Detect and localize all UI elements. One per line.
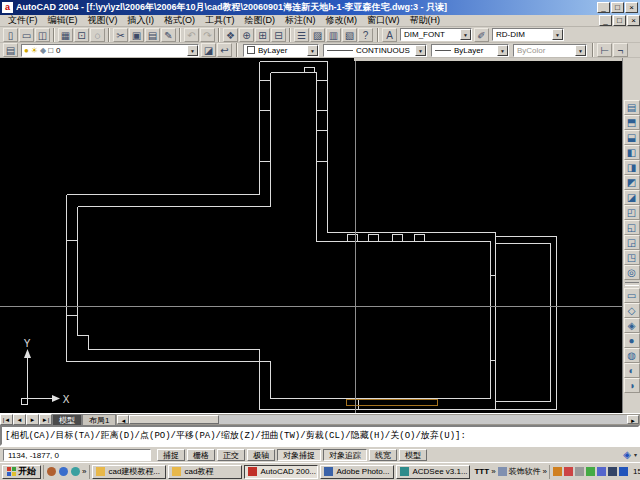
separator[interactable] (218, 28, 220, 42)
deco-toolbar-label[interactable]: 装饰软件 (509, 466, 541, 477)
make-layer-current-icon[interactable]: ◪ (201, 43, 216, 57)
status-toggle[interactable]: 极轴 (247, 449, 275, 461)
linetype-combo[interactable]: CONTINUOUS ▼ (323, 44, 427, 57)
tray-icon-5[interactable] (597, 467, 606, 476)
task-button[interactable]: Adobe Photo... (320, 465, 394, 479)
tab-nav-button[interactable]: ◄ (13, 414, 26, 425)
se-isometric-icon[interactable]: ◱ (624, 220, 640, 235)
coordinate-display[interactable]: 1134, -1877, 0 (3, 449, 151, 461)
menu-item[interactable]: 帮助(H) (405, 15, 446, 26)
open-icon[interactable]: ▭ (19, 28, 34, 42)
zoom-realtime-icon[interactable]: ⊕ (239, 28, 254, 42)
copy-icon[interactable]: ▣ (129, 28, 144, 42)
status-toggle[interactable]: 捕捉 (157, 449, 185, 461)
doc-close-button[interactable]: × (627, 15, 640, 26)
separator[interactable] (108, 28, 110, 42)
lineweight-combo[interactable]: ByLayer ▼ (431, 44, 509, 57)
menu-item[interactable]: 窗口(W) (362, 15, 405, 26)
tab-nav-button[interactable]: ►| (39, 414, 52, 425)
status-toggle[interactable]: 对象捕捉 (277, 449, 321, 461)
horizontal-scrollbar[interactable]: ◄ ► (116, 414, 640, 425)
left-view-icon[interactable]: ◧ (624, 145, 640, 160)
sw-isometric-icon[interactable]: ◰ (624, 205, 640, 220)
start-button[interactable]: 开始 (2, 465, 41, 479)
properties-icon[interactable]: ☰ (294, 28, 309, 42)
restore-button[interactable]: □ (611, 2, 624, 13)
dim-style-combo[interactable]: RD-DIM ▼ (492, 28, 564, 41)
paste-icon[interactable]: ▤ (145, 28, 160, 42)
chevron-down-icon[interactable]: ▼ (187, 45, 198, 56)
menu-item[interactable]: 文件(F) (3, 15, 43, 26)
chevron-more-icon[interactable]: » (491, 467, 495, 476)
cut-icon[interactable]: ✂ (113, 28, 128, 42)
ne-isometric-icon[interactable]: ◲ (624, 235, 640, 250)
autocad-app-icon[interactable]: a (2, 2, 13, 13)
layer-properties-icon[interactable]: ▤ (3, 43, 18, 57)
3d-wireframe-icon[interactable]: ◇ (624, 303, 640, 318)
print-icon[interactable]: ▦ (58, 28, 73, 42)
menu-item[interactable]: 绘图(D) (240, 15, 281, 26)
close-button[interactable]: × (625, 2, 638, 13)
status-toggle[interactable]: 模型 (399, 449, 427, 461)
print-preview-icon[interactable]: ⊡ (74, 28, 89, 42)
tab-nav-button[interactable]: |◄ (0, 414, 13, 425)
gouraud-shaded-icon[interactable]: ◍ (624, 348, 640, 363)
menu-item[interactable]: 标注(N) (280, 15, 321, 26)
tray-icon-3[interactable] (575, 467, 584, 476)
flat-shaded-edges-icon[interactable]: ◐ (624, 363, 640, 378)
language-indicator[interactable]: TTT (474, 467, 489, 476)
tab-nav-button[interactable]: ► (26, 414, 39, 425)
named-views-icon[interactable]: ▤ (624, 100, 640, 115)
match-properties-icon[interactable]: ✎ (161, 28, 176, 42)
right-view-icon[interactable]: ◨ (624, 160, 640, 175)
layer-freeze-icon[interactable]: ☀ (31, 46, 38, 55)
scrollbar-thumb[interactable] (129, 415, 219, 424)
zoom-window-icon[interactable]: ⊞ (255, 28, 270, 42)
scroll-left-icon[interactable]: ◄ (117, 415, 129, 424)
menu-item[interactable]: 编辑(E) (43, 15, 83, 26)
minimize-button[interactable]: _ (597, 2, 610, 13)
dim-style-icon[interactable]: ✐ (474, 28, 489, 42)
task-button[interactable]: cad教程 (168, 465, 242, 479)
status-toggle[interactable]: 正交 (217, 449, 245, 461)
chevron-more-icon[interactable]: » (543, 467, 547, 476)
top-view-icon[interactable]: ⬒ (624, 115, 640, 130)
help-icon[interactable]: ? (358, 28, 373, 42)
toolbar-separator[interactable] (625, 282, 639, 286)
layer-lock-icon[interactable]: ◆ (40, 46, 46, 55)
layer-previous-icon[interactable]: ↩ (217, 43, 232, 57)
menu-item[interactable]: 格式(O) (159, 15, 200, 26)
color-combo[interactable]: ByLayer ▼ (243, 44, 319, 57)
menu-item[interactable]: 修改(M) (321, 15, 363, 26)
layer-combo[interactable]: ● ☀ ◆ □ 0 ▼ (21, 44, 199, 57)
status-toggle[interactable]: 栅格 (187, 449, 215, 461)
gouraud-shaded-edges-icon[interactable]: ◑ (624, 378, 640, 393)
front-view-icon[interactable]: ◩ (624, 175, 640, 190)
undo-icon[interactable]: ↶ (184, 28, 199, 42)
zoom-previous-icon[interactable]: ⊟ (271, 28, 286, 42)
doc-restore-button[interactable]: □ (613, 15, 626, 26)
tray-icon-2[interactable] (564, 467, 573, 476)
camera-icon[interactable]: ◎ (624, 265, 640, 280)
markup-icon[interactable]: ▧ (342, 28, 357, 42)
scroll-right-icon[interactable]: ► (627, 415, 639, 424)
quick-launch-icon-3[interactable] (71, 467, 80, 476)
drawing-canvas[interactable]: Y X (0, 58, 622, 413)
quick-launch-icon-2[interactable] (59, 467, 68, 476)
bottom-view-icon[interactable]: ⬓ (624, 130, 640, 145)
separator[interactable] (53, 28, 55, 42)
task-button[interactable]: AutoCAD 200... (244, 465, 318, 479)
chevron-down-icon[interactable]: ▼ (497, 45, 508, 56)
save-icon[interactable]: ◫ (35, 28, 50, 42)
tab-layout1[interactable]: 布局1 (82, 414, 116, 425)
tool-palettes-icon[interactable]: ▥ (326, 28, 341, 42)
separator[interactable] (289, 28, 291, 42)
chevron-down-icon[interactable]: ▼ (460, 29, 471, 40)
separator[interactable] (179, 28, 181, 42)
status-menu-caret-icon[interactable]: ▾ (634, 451, 637, 458)
nw-isometric-icon[interactable]: ◳ (624, 250, 640, 265)
menu-item[interactable]: 插入(I) (123, 15, 160, 26)
redo-icon[interactable]: ↷ (200, 28, 215, 42)
command-line[interactable]: [相机(CA)/目标(TA)/距离(D)/点(PO)/平移(PA)/缩放(Z)/… (0, 425, 640, 446)
quick-launch-icon-1[interactable] (47, 467, 56, 476)
